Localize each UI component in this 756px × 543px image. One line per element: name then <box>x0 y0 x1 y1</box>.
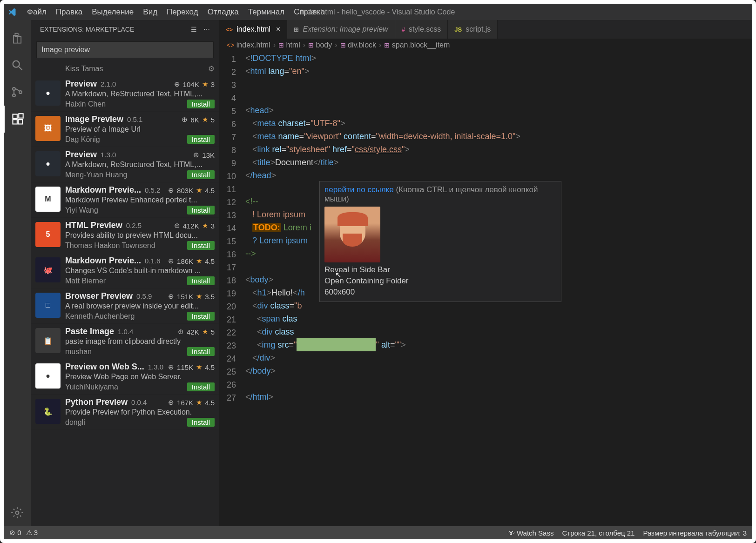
editor-tab[interactable]: #style.scss <box>395 20 448 39</box>
extension-name: Python Preview <box>65 397 128 407</box>
svg-point-2 <box>13 87 15 90</box>
menu-selection[interactable]: Выделение <box>87 5 138 20</box>
editor-tab[interactable]: <>index.html× <box>219 20 287 39</box>
extension-row[interactable]: 🐍 Python Preview 0.0.4 ⊕167K ★4.5 Provid… <box>31 395 219 430</box>
star-icon: ★ <box>196 398 202 407</box>
sidebar-title: EXTENSIONS: MARKETPLACE <box>40 26 134 33</box>
menu-debug[interactable]: Отладка <box>203 5 243 20</box>
star-icon: ★ <box>196 186 202 194</box>
svg-point-3 <box>13 94 15 97</box>
hover-open-folder[interactable]: Open Containing Folder <box>324 276 556 286</box>
extension-icon: ● <box>35 80 61 106</box>
file-icon: # <box>402 26 405 33</box>
extension-row[interactable]: 📋 Paste Image 1.0.4 ⊕42K ★5 paste image … <box>31 324 219 359</box>
extension-row[interactable]: Kiss Tamas⚙ <box>31 63 219 76</box>
status-errors[interactable]: ⊘ 0 <box>9 529 21 537</box>
status-warnings[interactable]: ⚠ 3 <box>26 529 38 537</box>
star-icon: ★ <box>196 292 202 301</box>
install-button[interactable]: Install <box>187 100 215 108</box>
extension-row[interactable]: 🐙 Markdown Previe... 0.1.6 ⊕186K ★4.5 Ch… <box>31 253 219 288</box>
extension-description: A Markdown, ReStructured Text, HTML,... <box>65 161 215 169</box>
star-icon: ★ <box>196 257 202 265</box>
editor-tab[interactable]: ⊞Extension: Image preview <box>287 20 395 39</box>
install-button[interactable]: Install <box>187 347 215 356</box>
extension-author: Yiyi Wang <box>65 206 98 215</box>
hover-follow-link[interactable]: перейти по ссылке <box>324 185 394 194</box>
extension-version: 0.0.4 <box>131 398 147 406</box>
svg-rect-7 <box>18 120 22 124</box>
extension-icon: □ <box>35 293 61 318</box>
extension-description: Markdown Preview Enhanced ported t... <box>65 196 215 204</box>
extension-author: Matt Bierner <box>65 277 106 285</box>
extension-version: 0.5.2 <box>145 186 160 194</box>
menu-go[interactable]: Переход <box>162 5 203 20</box>
menu-edit[interactable]: Правка <box>51 5 87 20</box>
extension-icon: 5 <box>35 222 61 247</box>
install-button[interactable]: Install <box>187 418 215 427</box>
activity-search[interactable] <box>4 52 31 79</box>
status-cursor-position[interactable]: Строка 21, столбец 21 <box>562 529 634 537</box>
menu-terminal[interactable]: Терминал <box>243 5 289 20</box>
tab-label: Extension: Image preview <box>303 25 388 34</box>
extension-name: HTML Preview <box>65 221 122 230</box>
install-button[interactable]: Install <box>187 382 215 391</box>
filter-icon[interactable]: ☰ <box>191 26 197 33</box>
extension-description: Preview of a Image Url <box>65 125 215 134</box>
activity-explorer[interactable] <box>4 25 31 52</box>
gear-icon[interactable]: ⚙ <box>208 64 215 73</box>
chevron-right-icon: › <box>335 41 337 49</box>
menu-file[interactable]: Файл <box>22 5 51 20</box>
tab-label: script.js <box>466 25 491 34</box>
more-icon[interactable]: ⋯ <box>203 26 210 33</box>
status-watch-sass[interactable]: 👁 Watch Sass <box>508 529 554 537</box>
svg-point-0 <box>13 61 20 67</box>
menu-view[interactable]: Вид <box>138 5 162 20</box>
breadcrumb-item[interactable]: ⊞ body <box>308 41 332 49</box>
install-button[interactable]: Install <box>187 241 215 250</box>
breadcrumb-item[interactable]: <> index.html <box>227 41 270 49</box>
close-icon[interactable]: × <box>276 25 280 34</box>
editor-tabs: <>index.html×⊞Extension: Image preview#s… <box>219 20 752 39</box>
editor-tab[interactable]: JSscript.js <box>448 20 498 39</box>
extension-row[interactable]: ● Preview 2.1.0 ⊕104K ★3 A Markdown, ReS… <box>31 76 219 112</box>
breadcrumb-item[interactable]: ⊞ div.block <box>340 41 377 49</box>
star-icon: ★ <box>202 221 208 230</box>
extension-version: 2.1.0 <box>101 80 116 88</box>
breadcrumb-item[interactable]: ⊞ html <box>278 41 300 49</box>
extension-description: paste image from clipboard directly <box>65 337 215 346</box>
breadcrumbs[interactable]: <> index.html›⊞ html›⊞ body›⊞ div.block›… <box>219 39 752 52</box>
extension-author: Thomas Haakon Townsend <box>65 241 155 250</box>
svg-rect-8 <box>19 114 23 118</box>
install-button[interactable]: Install <box>187 170 215 179</box>
svg-line-1 <box>19 67 22 70</box>
tab-label: index.html <box>236 25 270 34</box>
extension-row[interactable]: 🖼 Image Preview 0.5.1 ⊕6K ★5 Preview of … <box>31 112 219 147</box>
install-button[interactable]: Install <box>187 206 215 215</box>
svg-rect-6 <box>13 120 17 124</box>
extension-version: 1.3.0 <box>148 363 163 371</box>
activity-scm[interactable] <box>4 79 31 106</box>
extension-author: Kenneth Auchenberg <box>65 312 135 321</box>
download-icon: ⊕ <box>168 363 174 371</box>
chevron-right-icon: › <box>273 41 276 49</box>
extensions-search-input[interactable] <box>36 41 214 58</box>
hover-reveal-sidebar[interactable]: Reveal in Side Bar <box>324 265 556 275</box>
extension-description: Provides ability to preview HTML docu... <box>65 231 215 240</box>
activity-settings[interactable] <box>4 499 31 526</box>
extension-icon: 🐍 <box>35 399 61 424</box>
extensions-sidebar: EXTENSIONS: MARKETPLACE ☰ ⋯ Kiss Tamas⚙ … <box>31 20 219 526</box>
breadcrumb-item[interactable]: ⊞ span.block__item <box>384 41 450 49</box>
install-button[interactable]: Install <box>187 135 215 144</box>
status-tab-size[interactable]: Размер интервала табуляции: 3 <box>643 529 747 537</box>
install-button[interactable]: Install <box>187 312 215 321</box>
download-icon: ⊕ <box>193 151 199 159</box>
extension-row[interactable]: ● Preview 1.3.0 ⊕13K A Markdown, ReStruc… <box>31 147 219 182</box>
extension-row[interactable]: □ Browser Preview 0.5.9 ⊕151K ★3.5 A rea… <box>31 288 219 324</box>
extension-row[interactable]: M Markdown Previe... 0.5.2 ⊕803K ★4.5 Ma… <box>31 182 219 218</box>
extension-row[interactable]: 5 HTML Preview 0.2.5 ⊕412K ★3 Provides a… <box>31 218 219 253</box>
extension-row[interactable]: ● Preview on Web S... 1.3.0 ⊕115K ★4.5 P… <box>31 359 219 395</box>
extension-author: mushan <box>65 348 92 356</box>
activity-extensions[interactable] <box>4 106 31 133</box>
extension-author: Haixin Chen <box>65 100 106 108</box>
install-button[interactable]: Install <box>187 276 215 285</box>
